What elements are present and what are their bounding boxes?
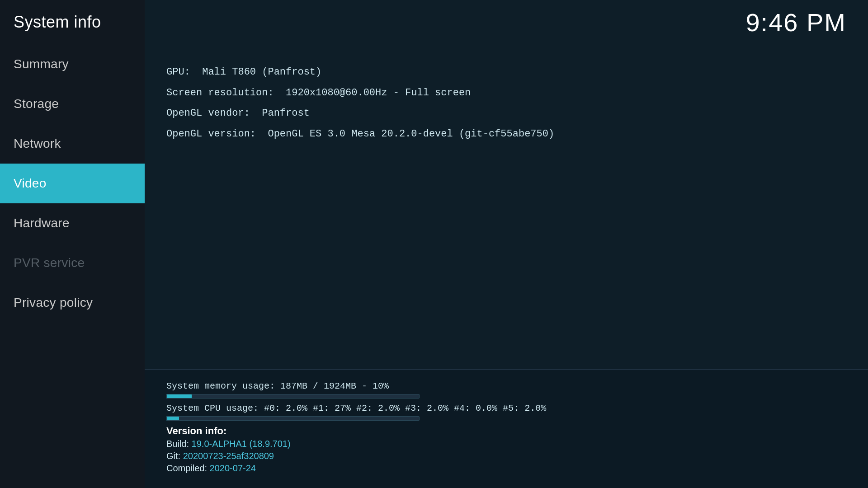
compiled-value: 2020-07-24 [210, 463, 256, 473]
clock: 9:46 PM [745, 8, 846, 37]
content-area: GPU: Mali T860 (Panfrost) Screen resolut… [145, 45, 868, 370]
version-info: Version info: Build: 19.0-ALPHA1 (18.9.7… [166, 425, 846, 474]
git-label: Git: [166, 451, 180, 461]
build-row: Build: 19.0-ALPHA1 (18.9.701) [166, 439, 846, 449]
memory-separator: / [307, 381, 324, 391]
cpu-progress-track [166, 416, 420, 421]
compiled-row: Compiled: 2020-07-24 [166, 463, 846, 474]
main-panel: 9:46 PM GPU: Mali T860 (Panfrost) Screen… [145, 0, 868, 488]
git-value: 20200723-25af320809 [183, 451, 274, 461]
topbar: 9:46 PM [145, 0, 868, 45]
build-value: 19.0-ALPHA1 (18.9.701) [192, 439, 291, 449]
version-header: Version info: [166, 425, 226, 436]
opengl-vendor-line: OpenGL vendor: Panfrost [166, 104, 846, 122]
gpu-line: GPU: Mali T860 (Panfrost) [166, 63, 846, 81]
sidebar-item-video[interactable]: Video [0, 164, 145, 203]
memory-label: System memory usage: 187MB [166, 381, 307, 391]
build-label: Build: [166, 439, 189, 449]
sidebar-item-summary[interactable]: Summary [0, 44, 145, 84]
sidebar: System info Summary Storage Network Vide… [0, 0, 145, 488]
memory-progress-container [166, 394, 420, 399]
resolution-line: Screen resolution: 868x488@60.00Hz - F… [166, 84, 846, 102]
sidebar-item-hardware[interactable]: Hardware [0, 203, 145, 243]
memory-usage-row: System memory usage: 187MB / 1924MB - 10… [166, 381, 846, 391]
opengl-version-line: OpenGL version: OpenGL ES 3.0 Mesa 20.2.… [166, 125, 846, 143]
cpu-progress-container [166, 416, 420, 421]
app-title: System info [0, 0, 145, 44]
memory-progress-track [166, 394, 420, 399]
memory-total: 1924MB - 10% [324, 381, 389, 391]
status-area: System memory usage: 187MB / 1924MB - 10… [145, 370, 868, 488]
sidebar-item-privacy-policy[interactable]: Privacy policy [0, 283, 145, 323]
compiled-label: Compiled: [166, 463, 207, 473]
git-row: Git: 20200723-25af320809 [166, 451, 846, 461]
sidebar-item-pvr-service: PVR service [0, 243, 145, 283]
sidebar-item-storage[interactable]: Storage [0, 84, 145, 124]
sidebar-item-network[interactable]: Network [0, 124, 145, 164]
cpu-label: System CPU usage: #0: 2.0% #1: 27% #2: 2… [166, 403, 546, 413]
cpu-usage-row: System CPU usage: #0: 2.0% #1: 27% #2: 2… [166, 403, 846, 413]
